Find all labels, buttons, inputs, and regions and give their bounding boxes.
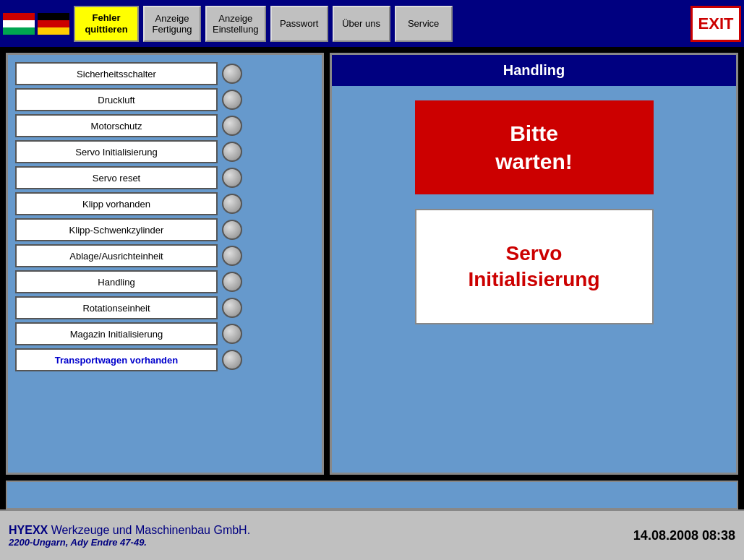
flag-container	[3, 13, 69, 35]
bitte-warten-text: Bittewarten!	[495, 119, 573, 176]
indicator-servo-init	[222, 142, 242, 162]
right-panel: Handling Bittewarten! ServoInitialisieru…	[330, 53, 738, 475]
btn-handling[interactable]: Handling	[15, 270, 218, 293]
handling-title: Handling	[332, 55, 736, 86]
status-row-ablage: Ablage/Ausrichteinheit	[15, 244, 315, 267]
footer: HYEXX Werkzeuge und Maschinenbau GmbH. 2…	[0, 509, 744, 560]
flag-germany[interactable]	[38, 13, 69, 35]
status-row-transportwagen: Transportwagen vorhanden	[15, 348, 315, 371]
btn-klipp-vorhanden[interactable]: Klipp vorhanden	[15, 192, 218, 215]
indicator-transportwagen	[222, 350, 242, 370]
btn-druckluft[interactable]: Druckluft	[15, 88, 218, 111]
bottom-strip	[6, 481, 738, 509]
indicator-klipp-vorhanden	[222, 194, 242, 214]
indicator-ablage	[222, 246, 242, 266]
indicator-druckluft	[222, 90, 242, 110]
btn-sicherheitsschalter[interactable]: Sicherheitsschalter	[15, 62, 218, 85]
btn-rotationseinheit[interactable]: Rotationseinheit	[15, 296, 218, 319]
company-name-text: Werkzeuge und Maschinenbau GmbH.	[48, 524, 250, 536]
status-row-klipp-vorhanden: Klipp vorhanden	[15, 192, 315, 215]
servo-init-box: ServoInitialisierung	[415, 209, 654, 324]
nav-service[interactable]: Service	[395, 6, 453, 42]
btn-transportwagen-vorhanden[interactable]: Transportwagen vorhanden	[15, 348, 218, 371]
nav-passwort[interactable]: Passwort	[270, 6, 328, 42]
left-panel: Sicherheitsschalter Druckluft Motorschut…	[6, 53, 324, 475]
bitte-warten-box: Bittewarten!	[415, 100, 654, 194]
company-prefix: HYEXX	[9, 524, 48, 536]
indicator-handling	[222, 272, 242, 292]
nav-uber-uns[interactable]: Über uns	[333, 6, 390, 42]
indicator-motorschutz	[222, 116, 242, 136]
status-row-servo-init: Servo Initialisierung	[15, 140, 315, 163]
status-row-motorschutz: Motorschutz	[15, 114, 315, 137]
footer-left: HYEXX Werkzeuge und Maschinenbau GmbH. 2…	[9, 524, 250, 548]
nav-anzeige-fertigung[interactable]: Anzeige Fertigung	[143, 6, 201, 42]
company-name: HYEXX Werkzeuge und Maschinenbau GmbH.	[9, 524, 250, 537]
status-row-rotationseinheit: Rotationseinheit	[15, 296, 315, 319]
error-button[interactable]: Fehler quittieren	[74, 6, 139, 42]
top-bar: Fehler quittieren Anzeige Fertigung Anze…	[0, 0, 744, 47]
nav-anzeige-einstellung[interactable]: Anzeige Einstellung	[205, 6, 266, 42]
indicator-magazin-init	[222, 324, 242, 344]
status-row-druckluft: Druckluft	[15, 88, 315, 111]
flag-hungary[interactable]	[3, 13, 35, 35]
status-row-sicherheitsschalter: Sicherheitsschalter	[15, 62, 315, 85]
status-row-klipp-schwenkzylinder: Klipp-Schwenkzylinder	[15, 218, 315, 241]
status-row-servo-reset: Servo reset	[15, 166, 315, 189]
status-row-handling: Handling	[15, 270, 315, 293]
btn-servo-reset[interactable]: Servo reset	[15, 166, 218, 189]
company-address: 2200-Ungarn, Ady Endre 47-49.	[9, 537, 250, 548]
btn-ablage-ausrichteinheit[interactable]: Ablage/Ausrichteinheit	[15, 244, 218, 267]
btn-servo-initialisierung[interactable]: Servo Initialisierung	[15, 140, 218, 163]
indicator-rotationseinheit	[222, 298, 242, 318]
btn-klipp-schwenkzylinder[interactable]: Klipp-Schwenkzylinder	[15, 218, 218, 241]
servo-init-text: ServoInitialisierung	[468, 241, 599, 293]
exit-button[interactable]: EXIT	[690, 6, 741, 42]
btn-magazin-initialisierung[interactable]: Magazin Initialisierung	[15, 322, 218, 345]
footer-datetime: 14.08.2008 08:38	[633, 528, 735, 543]
right-content: Bittewarten! ServoInitialisierung	[332, 86, 736, 473]
status-row-magazin-init: Magazin Initialisierung	[15, 322, 315, 345]
indicator-klipp-schwenkzylinder	[222, 220, 242, 240]
main-content: Sicherheitsschalter Druckluft Motorschut…	[0, 47, 744, 481]
indicator-sicherheitsschalter	[222, 64, 242, 84]
btn-motorschutz[interactable]: Motorschutz	[15, 114, 218, 137]
indicator-servo-reset	[222, 168, 242, 188]
